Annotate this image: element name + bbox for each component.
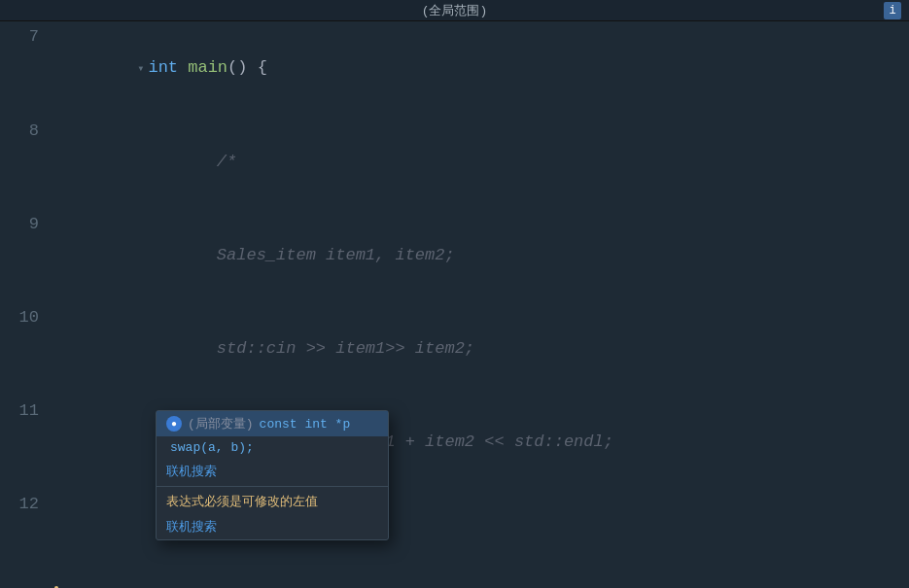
line-number: 8 (0, 116, 51, 209)
line-number: 13 (0, 582, 51, 588)
line-content: int a = 6, b = 9; (68, 582, 909, 588)
comment: Sales_item item1, item2; (137, 246, 454, 264)
code-line-8: 8 /* (0, 116, 909, 209)
line-gutter (51, 116, 68, 209)
autocomplete-tag: (局部变量) (188, 415, 254, 432)
code-line-9: 9 Sales_item item1, item2; (0, 209, 909, 302)
code-line-7: 7 ▾int main() { (0, 21, 909, 116)
line-number: 7 (0, 21, 51, 116)
autocomplete-code-1: const int *p (260, 417, 351, 432)
line-number: 10 (0, 302, 51, 396)
comment: std::cin >> item1>> item2; (137, 339, 474, 358)
line-content: Sales_item item1, item2; (68, 209, 909, 302)
autocomplete-item-2[interactable]: swap(a, b); (157, 436, 388, 459)
fn-main: main (188, 58, 227, 77)
line-number: 9 (0, 209, 51, 302)
line-number: 12 (0, 489, 51, 582)
code-line-11: 11 std::cout << item1 + item2 << std::en… (0, 396, 909, 489)
autocomplete-link-1[interactable]: 联机搜索 (157, 459, 388, 484)
code-line-10: 10 std::cin >> item1>> item2; (0, 302, 909, 396)
scope-icon: i (884, 2, 901, 19)
autocomplete-icon-blue: ● (166, 416, 182, 432)
code-line-13: 13 int a = 6, b = 9; (0, 582, 909, 588)
autocomplete-divider (157, 486, 388, 487)
keyword-int: int (148, 58, 178, 77)
autocomplete-link-2[interactable]: 联机搜索 (157, 514, 388, 539)
op-parens: () (227, 58, 247, 77)
line-content: std::cin >> item1>> item2; (68, 302, 909, 396)
autocomplete-popup: ● (局部变量) const int *p swap(a, b); 联机搜索 表… (156, 410, 389, 540)
line-gutter (51, 209, 68, 302)
line-gutter-yellow (51, 582, 68, 588)
scope-label: (全局范围) (422, 2, 488, 19)
code-editor: 7 ▾int main() { 8 /* 9 Sales_item item1,… (0, 21, 909, 588)
line-gutter (51, 489, 68, 582)
op-brace: { (258, 58, 267, 77)
comment: /* (137, 153, 236, 171)
line-gutter (51, 302, 68, 396)
code-line-12: 12 */ (0, 489, 909, 582)
autocomplete-code-2: swap(a, b); (166, 440, 254, 455)
line-gutter (51, 396, 68, 489)
autocomplete-item-1[interactable]: ● (局部变量) const int *p (157, 411, 388, 436)
line-gutter (51, 21, 68, 116)
line-content: ▾int main() { (68, 21, 909, 116)
fold-arrow[interactable]: ▾ (137, 62, 144, 76)
top-bar: (全局范围) i (0, 0, 909, 21)
line-number: 11 (0, 396, 51, 489)
line-content: /* (68, 116, 909, 209)
autocomplete-error-text: 表达式必须是可修改的左值 (157, 489, 388, 514)
